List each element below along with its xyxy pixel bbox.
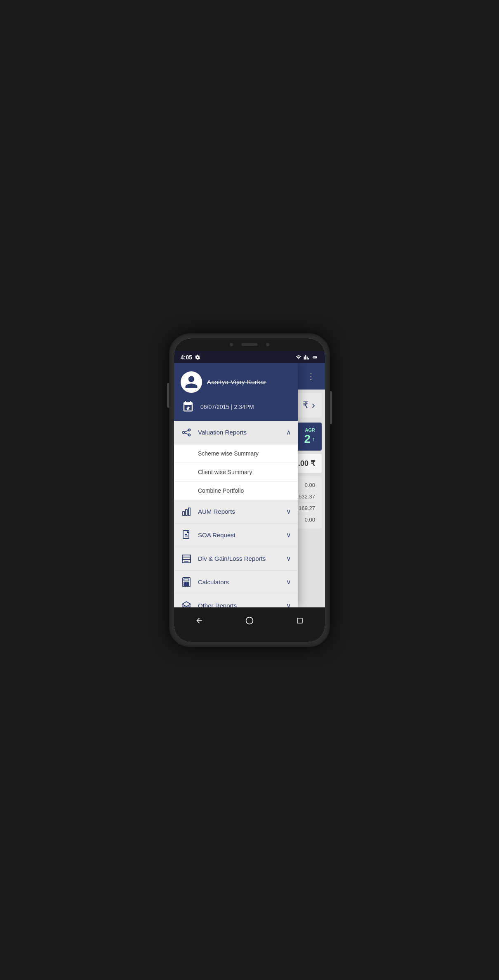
layers-icon [181, 600, 192, 607]
svg-rect-28 [297, 618, 302, 623]
aum-reports-label: AUM Reports [198, 508, 286, 515]
svg-rect-14 [182, 557, 191, 560]
signal-icon [304, 354, 309, 360]
calculators-section[interactable]: Calculators ∨ [174, 571, 298, 594]
soa-request-chevron: ∨ [286, 531, 291, 539]
inbox-icon [181, 553, 192, 564]
svg-rect-17 [184, 579, 189, 581]
combine-portfolio-item[interactable]: Combine Portfolio [174, 482, 298, 500]
battery-icon [311, 355, 318, 360]
aum-reports-section[interactable]: AUM Reports ∨ [174, 500, 298, 524]
nav-drawer: Aasitya Vijay Kurkar 06/07/2015 | 2:34PM [174, 363, 298, 607]
soa-request-label: SOA Request [198, 531, 286, 538]
svg-line-8 [184, 433, 188, 435]
other-reports-section[interactable]: Other Reports ∨ [174, 594, 298, 607]
svg-rect-9 [183, 512, 184, 515]
more-icon[interactable]: ⋮ [304, 370, 318, 383]
status-bar: 4:05 [174, 351, 325, 363]
svg-point-27 [246, 617, 253, 624]
user-name: Aasitya Vijay Kurkar [207, 378, 266, 385]
svg-rect-20 [187, 582, 189, 583]
svg-rect-15 [182, 555, 191, 557]
svg-rect-10 [186, 510, 187, 515]
soa-request-section[interactable]: SOA Request ∨ [174, 524, 298, 547]
nav-menu: Valuation Reports ∧ Scheme wise Summary … [174, 421, 298, 607]
time-display: 4:05 [181, 354, 192, 361]
scheme-wise-summary-item[interactable]: Scheme wise Summary [174, 444, 298, 463]
camera-dot [230, 343, 233, 346]
svg-rect-3 [313, 357, 315, 357]
status-icons [295, 354, 318, 360]
sensor-dot [266, 343, 269, 346]
back-button[interactable] [191, 612, 207, 629]
valuation-reports-subitems: Scheme wise Summary Client wise Summary … [174, 444, 298, 500]
div-gain-loss-chevron: ∨ [286, 555, 291, 562]
date-row: 06/07/2015 | 2:34PM [181, 399, 291, 414]
bar-chart-icon [181, 506, 192, 517]
bottom-nav [174, 607, 325, 634]
svg-rect-23 [187, 584, 189, 586]
client-wise-summary-item[interactable]: Client wise Summary [174, 463, 298, 482]
agr-label: AGR [305, 427, 315, 432]
document-icon [181, 529, 192, 541]
speaker [241, 343, 258, 346]
gear-icon [195, 354, 200, 360]
date-display: 06/07/2015 | 2:34PM [200, 404, 254, 410]
aum-reports-chevron: ∨ [286, 508, 291, 515]
valuation-reports-label: Valuation Reports [198, 429, 286, 436]
svg-rect-11 [188, 508, 190, 515]
home-button[interactable] [241, 612, 258, 629]
svg-line-7 [184, 430, 188, 432]
svg-point-5 [188, 429, 191, 431]
other-reports-chevron: ∨ [286, 602, 291, 607]
valuation-reports-section[interactable]: Valuation Reports ∧ [174, 421, 298, 444]
div-gain-loss-label: Div & Gain/Loss Reports [198, 555, 286, 562]
calculator-icon [181, 576, 192, 588]
calculators-label: Calculators [198, 579, 286, 586]
recent-apps-button[interactable] [292, 612, 308, 629]
wifi-icon [295, 354, 302, 360]
svg-point-6 [188, 434, 191, 436]
svg-rect-2 [316, 357, 317, 357]
calculators-chevron: ∨ [286, 578, 291, 586]
network-icon [181, 427, 192, 438]
avatar [181, 371, 202, 393]
calendar-icon [181, 399, 195, 414]
bottom-bar [174, 634, 325, 642]
user-row: Aasitya Vijay Kurkar [181, 371, 291, 393]
valuation-reports-chevron: ∧ [286, 428, 291, 436]
other-reports-label: Other Reports [198, 602, 286, 607]
svg-point-4 [183, 431, 185, 433]
agr-value: 2 ↑ [304, 432, 315, 446]
div-gain-loss-section[interactable]: Div & Gain/Loss Reports ∨ [174, 547, 298, 571]
drawer-header: Aasitya Vijay Kurkar 06/07/2015 | 2:34PM [174, 363, 298, 421]
